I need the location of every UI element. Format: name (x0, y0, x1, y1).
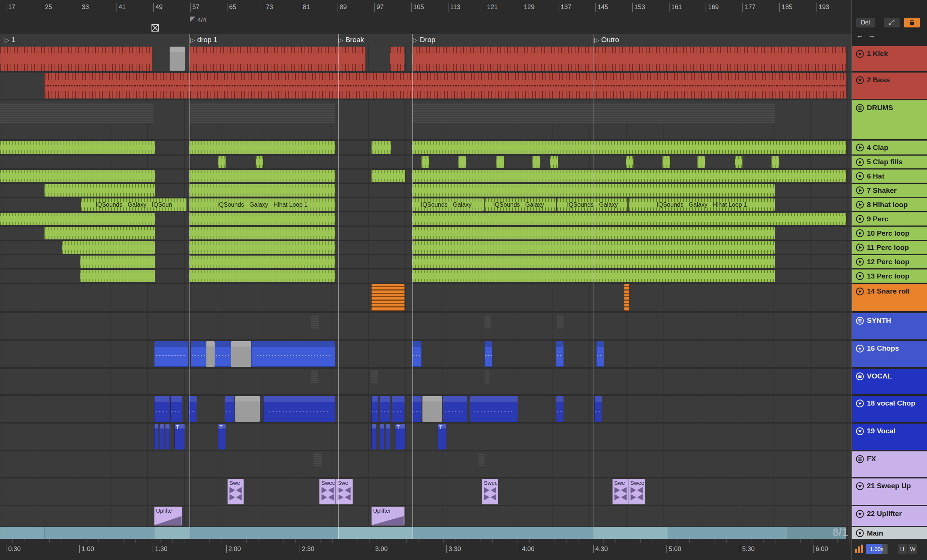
clip-clap-fills[interactable] (496, 156, 504, 168)
clip-chops[interactable] (206, 341, 215, 367)
clip-vocal-chop[interactable] (412, 396, 421, 422)
clip-main[interactable] (668, 527, 787, 539)
clip-snare-roll[interactable] (624, 284, 629, 311)
clip-kick[interactable] (0, 47, 152, 71)
group-track-icon[interactable] (856, 316, 864, 325)
lane-shaker[interactable] (0, 184, 851, 197)
track-header-kick[interactable]: 1 Kick (852, 46, 927, 71)
clip-perc-loop-10[interactable] (189, 227, 336, 240)
clip-perc-loop-10[interactable] (412, 227, 775, 240)
clip-perc-loop-12[interactable] (412, 256, 775, 268)
lane-chops[interactable] (0, 341, 851, 367)
group-track-icon[interactable] (856, 104, 864, 112)
clip-clap-fills[interactable] (771, 156, 779, 168)
clip-vocal-chop[interactable] (225, 396, 234, 422)
unfold-track-icon[interactable] (856, 50, 864, 58)
clip-kick[interactable] (170, 47, 185, 71)
clip-vocal-chop[interactable] (443, 396, 468, 422)
clip-synth-group[interactable] (557, 314, 564, 328)
clip-vocal[interactable] (380, 424, 384, 449)
clip-fx-group[interactable] (313, 453, 322, 466)
clip-vocal[interactable] (160, 424, 164, 449)
clip-sweep-up[interactable]: Swee (482, 479, 498, 504)
track-header-clap-fills[interactable]: 5 Clap fills (852, 156, 927, 168)
clip-clap-fills[interactable] (255, 156, 263, 168)
play-track-icon[interactable] (856, 172, 864, 181)
track-header-perc-loop-13[interactable]: 13 Perc loop (852, 270, 927, 282)
lane-clap[interactable] (0, 141, 851, 155)
clip-vocal-chop[interactable] (188, 396, 197, 422)
clip-main[interactable] (412, 527, 593, 539)
clip-perc-loop-11[interactable] (189, 241, 336, 254)
clip-synth-group[interactable] (485, 314, 491, 328)
clip-drums-group[interactable] (412, 103, 775, 123)
zoom-level[interactable]: 1.00x (866, 544, 887, 554)
clip-uplifter[interactable]: Uplifte (154, 507, 182, 525)
clip-sweep-up[interactable]: Swe (335, 479, 352, 504)
lane-synth-group[interactable] (0, 313, 851, 339)
lane-bass[interactable] (0, 73, 851, 99)
track-header-snare-roll[interactable]: 14 Snare roll (852, 284, 927, 311)
time-ruler[interactable]: 0:301:001:302:002:303:003:304:004:305:00… (0, 539, 851, 560)
lane-hihat-loop[interactable]: IQSounds - Galaxy - IQSounIQSounds - Gal… (0, 198, 851, 211)
unfold-track-icon[interactable] (856, 510, 864, 518)
track-header-perc-loop-12[interactable]: 12 Perc loop (852, 255, 927, 269)
clip-perc[interactable] (0, 213, 155, 225)
clip-clap[interactable] (371, 141, 391, 154)
clip-vocal-chop[interactable] (470, 396, 518, 422)
track-header-vocal-chop[interactable]: 18 vocal Chop (852, 396, 927, 422)
clip-perc-loop-11[interactable] (62, 241, 155, 254)
track-header-perc-loop-11[interactable]: 11 Perc loop (852, 241, 927, 254)
clip-vocal-chop[interactable] (371, 396, 378, 422)
clip-hihat-loop[interactable]: IQSounds - Galaxy - Hihat Loop 1 (189, 199, 336, 211)
clip-drums-group[interactable] (0, 103, 153, 123)
track-header-hat[interactable]: 6 Hat (852, 170, 927, 183)
clip-uplifter[interactable]: Uplifter (371, 507, 404, 525)
clip-chops[interactable] (412, 341, 421, 367)
clip-vocal[interactable] (154, 424, 158, 449)
lane-perc[interactable] (0, 212, 851, 226)
unfold-track-icon[interactable] (856, 344, 864, 353)
track-header-vocal-group[interactable]: VOCAL (852, 369, 927, 394)
track-header-chops[interactable]: 16 Chops (852, 341, 927, 367)
delete-button[interactable]: Del (856, 18, 875, 27)
clip-shaker[interactable] (44, 184, 155, 197)
lane-uplifter[interactable]: UplifteUplifter (0, 506, 851, 526)
clip-chops[interactable] (231, 341, 251, 367)
group-track-icon[interactable] (856, 372, 864, 381)
track-header-sweep-up[interactable]: 21 Sweep Up (852, 478, 927, 505)
lane-fx-group[interactable] (0, 451, 851, 477)
clip-hat[interactable] (0, 170, 155, 182)
clip-vocal-chop[interactable] (154, 396, 170, 422)
track-header-main[interactable]: Main (852, 527, 927, 539)
play-track-icon[interactable] (856, 243, 864, 252)
clip-vocal[interactable] (386, 424, 390, 449)
lane-vocal-chop[interactable] (0, 396, 851, 422)
clip-snare-roll[interactable] (371, 284, 404, 311)
clip-hihat-loop[interactable]: IQSounds - Galaxy - IQSoun (81, 199, 187, 211)
track-header-drums-group[interactable]: DRUMS (852, 100, 927, 139)
track-header-clap[interactable]: 4 Clap (852, 141, 927, 155)
clip-clap-fills[interactable] (550, 156, 558, 168)
clip-shaker[interactable] (412, 184, 775, 197)
clip-chops[interactable] (251, 341, 335, 367)
unfold-track-icon[interactable] (856, 482, 864, 490)
clip-clap-fills[interactable] (458, 156, 466, 168)
unfold-track-icon[interactable] (856, 399, 864, 408)
clip-vocal-group[interactable] (371, 370, 378, 383)
lane-perc-loop-10[interactable] (0, 227, 851, 240)
clip-chops[interactable] (191, 341, 206, 367)
clip-perc-loop-12[interactable] (80, 256, 155, 268)
play-track-icon[interactable] (856, 258, 864, 266)
clip-chops[interactable] (485, 341, 492, 367)
clip-drums-group[interactable] (189, 103, 336, 123)
clip-main[interactable] (0, 527, 44, 539)
track-header-bass[interactable]: 2 Bass (852, 73, 927, 99)
track-header-perc[interactable]: 9 Perc (852, 212, 927, 226)
clip-vocal[interactable] (165, 424, 169, 449)
clip-vocal[interactable]: T (395, 424, 405, 449)
play-track-icon[interactable] (856, 186, 864, 195)
level-meter-icon[interactable] (854, 544, 864, 554)
clip-clap-fills[interactable] (532, 156, 540, 168)
unfold-track-icon[interactable] (856, 76, 864, 85)
